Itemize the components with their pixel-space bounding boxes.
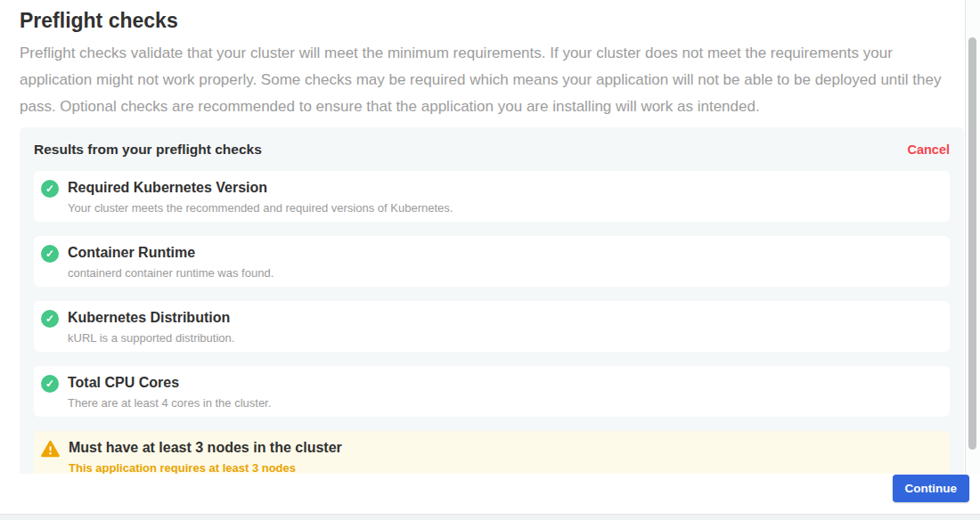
- check-title: Kubernetes Distribution: [68, 309, 234, 327]
- check-text: Kubernetes Distribution kURL is a suppor…: [68, 309, 234, 345]
- check-circle-icon: [41, 375, 59, 393]
- results-header-label: Results from your preflight checks: [34, 142, 262, 158]
- scrollbar-track[interactable]: [965, 0, 980, 474]
- check-message: This application requires at least 3 nod…: [69, 461, 342, 474]
- results-card: Results from your preflight checks Cance…: [20, 127, 964, 474]
- footer-bar: Continue: [0, 474, 980, 514]
- check-list: Required Kubernetes Version Your cluster…: [34, 171, 950, 474]
- check-message: There are at least 4 cores in the cluste…: [68, 396, 271, 410]
- check-text: Container Runtime containerd container r…: [68, 244, 274, 280]
- page-description: Preflight checks validate that your clus…: [20, 40, 960, 120]
- check-circle-icon: [41, 180, 59, 198]
- bottom-strip: [0, 514, 980, 520]
- check-row: Required Kubernetes Version Your cluster…: [34, 171, 950, 222]
- check-message: Your cluster meets the recommended and r…: [68, 201, 453, 215]
- check-row: Must have at least 3 nodes in the cluste…: [34, 431, 950, 474]
- check-text: Total CPU Cores There are at least 4 cor…: [68, 374, 271, 410]
- results-card-header: Results from your preflight checks Cance…: [34, 142, 950, 158]
- check-row: Kubernetes Distribution kURL is a suppor…: [34, 301, 950, 352]
- warning-triangle-icon: [41, 440, 60, 458]
- check-text: Required Kubernetes Version Your cluster…: [68, 179, 453, 215]
- check-circle-icon: [41, 310, 59, 328]
- check-circle-icon: [41, 245, 59, 263]
- check-message: kURL is a supported distribution.: [68, 331, 234, 345]
- check-row: Total CPU Cores There are at least 4 cor…: [34, 366, 950, 417]
- check-title: Container Runtime: [68, 244, 274, 262]
- check-text: Must have at least 3 nodes in the cluste…: [69, 439, 342, 474]
- page-title: Preflight checks: [20, 8, 960, 33]
- check-title: Total CPU Cores: [68, 374, 271, 392]
- check-row: Container Runtime containerd container r…: [34, 236, 950, 287]
- check-message: containerd container runtime was found.: [68, 266, 274, 280]
- cancel-link[interactable]: Cancel: [907, 142, 950, 157]
- continue-button[interactable]: Continue: [893, 475, 970, 502]
- scrollbar-thumb[interactable]: [968, 37, 976, 450]
- preflight-scroll-area: Preflight checks Preflight checks valida…: [0, 0, 980, 474]
- check-title: Must have at least 3 nodes in the cluste…: [69, 439, 342, 457]
- check-title: Required Kubernetes Version: [68, 179, 453, 197]
